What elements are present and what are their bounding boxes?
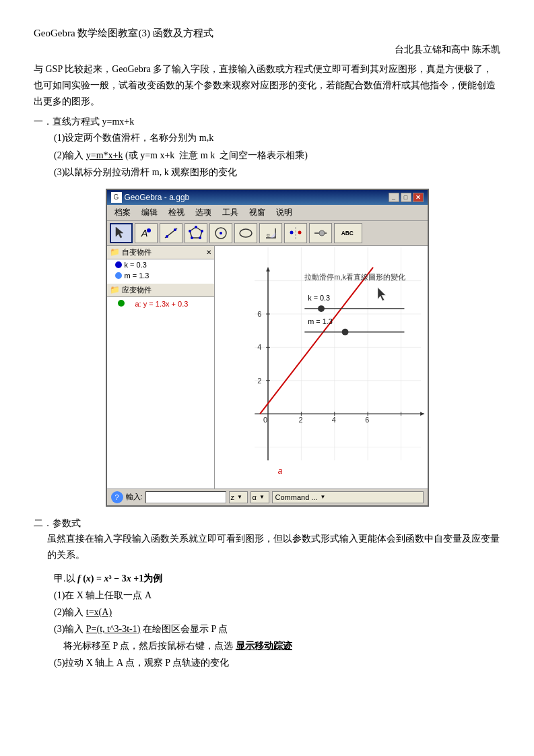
panel-close-icon[interactable]: ✕ [206,249,211,256]
dependent-folder-icon: 📁 [110,285,120,294]
alpha-arrow-icon: ▼ [259,494,265,500]
svg-point-13 [220,232,222,234]
m-value-item: m = 1.3 [107,270,214,281]
svg-text:0: 0 [263,416,267,424]
svg-marker-0 [116,227,123,238]
folder-icon: 📁 [110,247,120,257]
tool-angle[interactable]: α [259,223,282,243]
line-dot-icon [118,300,125,307]
section2-steps: 甲.以 f (x) = x³ − 3x +1为例 (1)在 X 轴上任取一点 A… [54,570,500,672]
step-2-1: (1)在 X 轴上任取一点 A [54,587,500,604]
step-2-4: 将光标移至 P 点，然后按鼠标右键，点选 显示移动踪迹 [54,637,500,654]
section1-title: 一．直线方程式 y=mx+k [34,116,500,128]
ggb-titlebar-left: G GeoGebra - a.ggb [111,192,190,203]
svg-text:6: 6 [257,310,261,318]
line-equation-item: a: y = 1.3x + 0.3 [107,297,214,311]
tool-reflect[interactable] [284,223,307,243]
tool-select[interactable] [110,223,133,243]
svg-text:6: 6 [365,416,369,424]
svg-point-5 [174,228,176,231]
svg-text:4: 4 [257,343,261,351]
menu-window[interactable]: 视窗 [247,206,267,219]
superscript-arrow-icon: ▼ [237,494,242,500]
ggb-window-controls: _ □ ✕ [389,193,424,202]
menu-file[interactable]: 档案 [112,206,133,219]
ggb-bottombar: ? 輸入: z ▼ α ▼ Command ... ▼ [107,489,428,505]
input-label: 輸入: [126,492,143,502]
svg-marker-6 [190,227,202,238]
intro-paragraph: 与 GSP 比较起来，GeoGebra 多了输入字段，直接输入函数或方程式便立即… [34,61,500,109]
tool-circle[interactable] [209,223,232,243]
svg-text:A: A [141,228,147,239]
k-value-item: k = 0.3 [107,259,214,270]
svg-text:α: α [267,232,270,238]
minimize-button[interactable]: _ [389,193,399,202]
svg-text:a: a [277,466,282,476]
step-2-3: (3)输入 P=(t, t^3-3t-1) 在绘图区会显示 P 点 [54,621,500,637]
svg-text:m = 1.3: m = 1.3 [308,317,333,325]
page-title: GeoGebra 数学绘图教室(3) 函数及方程式 [34,27,500,40]
svg-point-4 [166,235,168,238]
menu-options[interactable]: 选项 [193,206,213,219]
tool-conic[interactable] [234,223,257,243]
tool-polygon[interactable] [185,223,207,243]
superscript-dropdown[interactable]: z ▼ [229,491,248,503]
section2-example: 甲.以 f (x) = x³ − 3x +1为例 [54,570,500,587]
menu-tools[interactable]: 工具 [220,206,240,219]
ggb-main-area: 📁 自变物件 ✕ k = 0.3 m = 1.3 📁 应变物件 [107,246,428,489]
dependent-objects-label: 应变物件 [122,285,152,295]
svg-text:k = 0.3: k = 0.3 [308,294,330,302]
svg-point-2 [147,228,151,232]
m-dot-icon [115,272,122,279]
k-value-label: k = 0.3 [125,261,147,269]
svg-text:ABC: ABC [341,230,353,237]
command-arrow-icon: ▼ [321,494,326,500]
input-field[interactable] [145,491,226,503]
step-1-1: (1)设定两个数值滑杆，名称分别为 m,k [54,129,500,146]
maximize-button[interactable]: □ [401,193,411,202]
section2-title: 二．参数式 [34,517,500,530]
help-icon[interactable]: ? [111,491,123,503]
svg-point-10 [191,237,193,239]
ggb-toolbar: A α [107,221,428,246]
section2: 二．参数式 虽然直接在输入字段输入函数关系就立即可看到图形，但以参数式形式输入更… [34,517,500,672]
free-objects-header: 📁 自变物件 ✕ [107,246,214,259]
svg-point-14 [240,229,252,237]
close-button[interactable]: ✕ [413,193,424,202]
menu-help[interactable]: 说明 [274,206,294,219]
svg-point-20 [319,230,325,236]
tool-text[interactable]: ABC [334,223,362,243]
ggb-application-window: G GeoGebra - a.ggb _ □ ✕ 档案 编辑 检视 选项 工具 … [106,189,429,507]
svg-rect-22 [215,247,428,487]
tool-line[interactable] [160,223,182,243]
svg-point-9 [199,237,201,239]
menu-edit[interactable]: 编辑 [139,206,160,219]
svg-text:2: 2 [298,416,302,424]
alpha-dropdown[interactable]: α ▼ [251,491,269,503]
menu-view[interactable]: 检视 [166,206,187,219]
ggb-canvas: 0 2 4 6 2 4 6 [215,246,428,489]
svg-point-11 [189,230,191,232]
author-line: 台北县立锦和高中 陈禾凯 [34,44,500,56]
tool-slider[interactable] [309,223,332,243]
svg-point-57 [318,305,325,312]
step-2-5: (5)拉动 X 轴上 A 点，观察 P 点轨迹的变化 [54,654,500,671]
svg-point-60 [341,329,348,336]
svg-text:4: 4 [331,416,335,424]
svg-text:拉動滑停m,k看直線圖形的變化: 拉動滑停m,k看直線圖形的變化 [304,273,405,281]
line-equation-label: a: y = 1.3x + 0.3 [127,298,197,309]
step-1-3: (3)以鼠标分别拉动滑杆 m, k 观察图形的变化 [54,164,500,181]
svg-point-7 [195,226,197,228]
tool-point[interactable]: A [135,223,158,243]
ggb-titlebar: G GeoGebra - a.ggb _ □ ✕ [107,190,428,205]
step-1-2: (2)输入 y=m*x+k (或 y=m x+k 注意 m k 之间空一格表示相… [54,147,500,164]
k-dot-icon [115,261,122,268]
section2-intro: 虽然直接在输入字段输入函数关系就立即可看到图形，但以参数式形式输入更能体会到函数… [47,531,500,563]
svg-point-17 [290,230,293,234]
svg-point-18 [298,230,301,234]
section1-steps: (1)设定两个数值滑杆，名称分别为 m,k (2)输入 y=m*x+k (或 y… [54,129,500,181]
superscript-label: z [231,493,235,501]
ggb-menubar: 档案 编辑 检视 选项 工具 视窗 说明 [107,205,428,221]
command-dropdown[interactable]: Command ... ▼ [272,491,424,503]
ggb-window-title: GeoGebra - a.ggb [125,193,190,202]
